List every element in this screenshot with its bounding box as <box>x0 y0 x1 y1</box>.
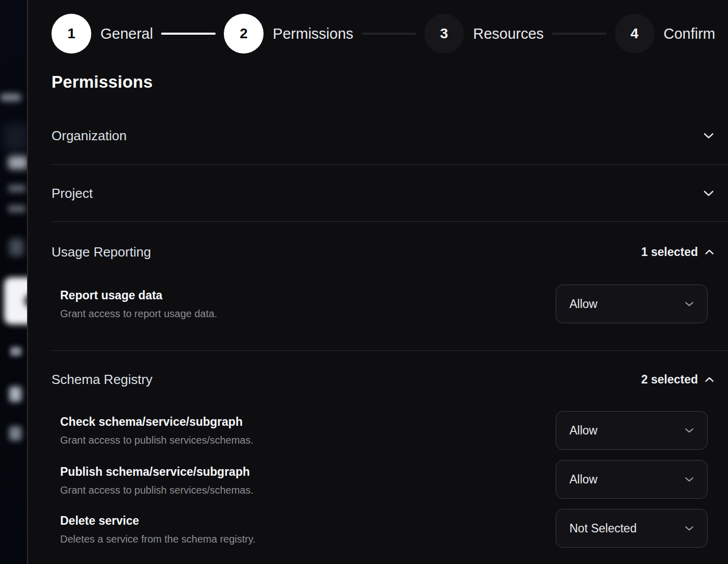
step-number: 1 <box>51 14 91 54</box>
publish-schema-select[interactable]: Allow <box>556 460 708 499</box>
chevron-down-icon <box>703 130 715 142</box>
permission-title: Delete service <box>60 513 519 528</box>
check-schema-select[interactable]: Allow <box>556 411 708 450</box>
select-chevron-icon <box>684 425 695 436</box>
blurred-text-blob <box>0 93 21 101</box>
select-chevron-icon <box>684 298 695 310</box>
step-number: 2 <box>224 14 264 54</box>
select-chevron-icon <box>684 474 695 485</box>
permission-description: Grant access to publish services/schemas… <box>60 433 519 447</box>
section-title: Organization <box>51 128 126 144</box>
blurred-white-card-blob <box>4 277 28 324</box>
step-connector <box>552 33 607 35</box>
blurred-text-blob <box>8 185 25 192</box>
permission-title: Report usage data <box>60 288 519 303</box>
section-organization[interactable]: Organization <box>51 126 715 145</box>
section-title: Schema Registry <box>51 372 152 388</box>
section-schema-registry[interactable]: Schema Registry 2 selected <box>51 370 715 389</box>
report-usage-data-select[interactable]: Allow <box>556 285 708 323</box>
selected-count: 2 selected <box>641 373 698 387</box>
page-title: Permissions <box>51 72 152 92</box>
step-permissions[interactable]: 2 Permissions <box>224 14 353 54</box>
section-usage-reporting[interactable]: Usage Reporting 1 selected <box>51 243 715 261</box>
select-value: Allow <box>569 424 597 438</box>
permission-title: Publish schema/service/subgraph <box>60 464 519 479</box>
permission-report-usage-data: Report usage data Grant access to report… <box>60 288 519 320</box>
step-label: General <box>100 25 153 42</box>
select-chevron-icon <box>684 523 695 534</box>
chevron-down-icon <box>703 187 715 199</box>
permission-delete-service: Delete service Deletes a service from th… <box>60 513 519 546</box>
permission-check-schema: Check schema/service/subgraph Grant acce… <box>60 414 519 447</box>
step-connector <box>361 33 416 35</box>
chevron-up-icon <box>704 247 715 258</box>
permission-title: Check schema/service/subgraph <box>60 414 519 429</box>
step-confirm[interactable]: 4 Confirm <box>615 14 716 54</box>
step-number: 3 <box>424 14 464 54</box>
blurred-menu-item-blob <box>9 387 21 402</box>
delete-service-select[interactable]: Not Selected <box>556 509 708 548</box>
select-value: Not Selected <box>569 522 637 535</box>
blurred-menu-item-blob <box>9 426 21 441</box>
step-label: Permissions <box>273 25 353 42</box>
chevron-up-icon <box>704 374 715 385</box>
section-project[interactable]: Project <box>51 184 715 202</box>
select-value: Allow <box>569 297 597 311</box>
blurred-panel-blob <box>4 123 28 151</box>
section-title: Project <box>51 186 93 201</box>
divider <box>51 350 728 351</box>
select-value: Allow <box>569 473 597 486</box>
divider <box>51 221 728 222</box>
permission-publish-schema: Publish schema/service/subgraph Grant ac… <box>60 464 519 497</box>
step-resources[interactable]: 3 Resources <box>424 14 544 54</box>
permission-description: Grant access to publish services/schemas… <box>60 483 519 497</box>
permission-description: Deletes a service from the schema regist… <box>60 532 519 546</box>
step-number: 4 <box>615 14 655 54</box>
blurred-icon-blob <box>9 239 23 256</box>
step-general[interactable]: 1 General <box>51 14 153 54</box>
section-title: Usage Reporting <box>51 244 151 260</box>
blurred-menu-item-blob <box>10 347 21 356</box>
permission-description: Grant access to report usage data. <box>60 307 519 320</box>
divider <box>51 164 728 165</box>
wizard-stepper: 1 General 2 Permissions 3 Resources 4 Co… <box>51 14 715 54</box>
blurred-text-blob <box>8 205 25 213</box>
selected-count: 1 selected <box>641 245 698 259</box>
blurred-heading-blob <box>8 156 28 169</box>
step-label: Confirm <box>664 25 716 42</box>
blurred-app-backdrop <box>0 0 28 564</box>
step-connector <box>161 33 216 35</box>
step-label: Resources <box>473 25 544 42</box>
modal-left-edge <box>27 0 28 564</box>
